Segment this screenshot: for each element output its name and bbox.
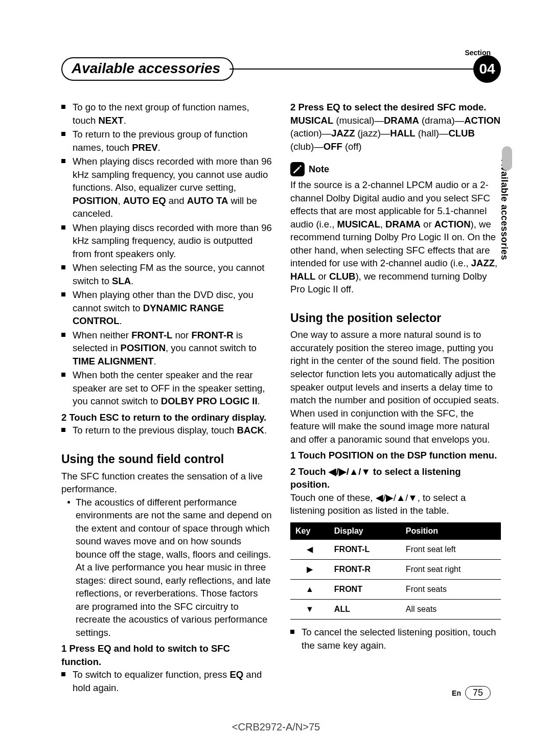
right-column: 2 Press EQ to select the desired SFC mod… — [290, 101, 501, 695]
section-number-badge: 04 — [473, 55, 501, 83]
footer-page: En 75 — [452, 686, 491, 700]
side-tab: Available accessories — [499, 159, 511, 303]
paragraph: Touch one of these, ◀/▶/▲/▼, to select a… — [290, 491, 501, 517]
sfc-modes: MUSICAL (musical)—DRAMA (drama)—ACTION (… — [290, 114, 501, 153]
step-1-eq-hold: 1 Press EQ and hold to switch to SFC fun… — [61, 642, 272, 668]
title-row: Available accessories 04 — [61, 55, 501, 83]
bullet-item: When playing discs recorded with more th… — [61, 155, 272, 220]
pencil-icon — [290, 162, 305, 176]
bullet-item: When neither FRONT-L nor FRONT-R is sele… — [61, 329, 272, 368]
key-left-icon: ◀ — [290, 540, 329, 560]
table-row: ◀FRONT-LFront seat left — [290, 540, 501, 560]
manual-page: Section Available accessories 04 Availab… — [0, 0, 552, 756]
side-tab-label: Available accessories — [499, 159, 510, 260]
section-label: Section — [465, 49, 491, 57]
table-header-row: Key Display Position — [290, 522, 501, 540]
note-header: Note — [290, 162, 501, 176]
table-row: ▲FRONTFront seats — [290, 579, 501, 599]
bullet-item: To return to the previous group of funct… — [61, 128, 272, 154]
bullet-item: When both the center speaker and the rea… — [61, 369, 272, 408]
step-2-touch-arrows: 2 Touch ◀/▶/▲/▼ to select a listening po… — [290, 465, 501, 491]
document-code: <CRB2972-A/N>75 — [0, 721, 552, 733]
bullet-item: When selecting FM as the source, you can… — [61, 261, 272, 287]
heading-position: Using the position selector — [290, 310, 501, 327]
heading-sfc: Using the sound field control — [61, 451, 272, 468]
key-up-icon: ▲ — [290, 579, 329, 599]
position-table: Key Display Position ◀FRONT-LFront seat … — [290, 522, 501, 620]
paragraph: The SFC function creates the sensation o… — [61, 470, 272, 496]
bullet-item: When playing other than the DVD disc, yo… — [61, 288, 272, 328]
key-down-icon: ▼ — [290, 599, 329, 619]
table-row: ▶FRONT-RFront seat right — [290, 559, 501, 579]
title-rule — [229, 68, 475, 70]
page-title: Available accessories — [61, 57, 234, 81]
bullet-item: To return to the previous display, touch… — [61, 424, 272, 437]
note-label: Note — [309, 163, 329, 176]
note-body: If the source is a 2-channel LPCM audio … — [290, 178, 501, 296]
bullet-item: To switch to equalizer function, press E… — [61, 668, 272, 694]
bullet-item: When playing discs recorded with more th… — [61, 221, 272, 261]
th-key: Key — [290, 522, 329, 540]
step-2-esc: 2 Touch ESC to return to the ordinary di… — [61, 411, 272, 424]
paragraph: One way to assure a more natural sound i… — [290, 328, 501, 446]
bullet-item: To go to the next group of function name… — [61, 101, 272, 127]
left-column: To go to the next group of function name… — [61, 101, 272, 695]
page-number: 75 — [465, 686, 491, 700]
step-2-eq-select: 2 Press EQ to select the desired SFC mod… — [290, 101, 501, 114]
step-1-touch-position: 1 Touch POSITION on the DSP function men… — [290, 449, 501, 462]
content-columns: To go to the next group of function name… — [61, 101, 501, 695]
lang-label: En — [452, 689, 461, 697]
bullet-item: To cancel the selected listening positio… — [290, 626, 501, 652]
dot-bullet: The acoustics of different performance e… — [61, 496, 272, 639]
th-position: Position — [401, 522, 501, 540]
table-row: ▼ALLAll seats — [290, 599, 501, 619]
key-right-icon: ▶ — [290, 559, 329, 579]
th-display: Display — [329, 522, 401, 540]
side-tab-marker — [502, 146, 512, 171]
